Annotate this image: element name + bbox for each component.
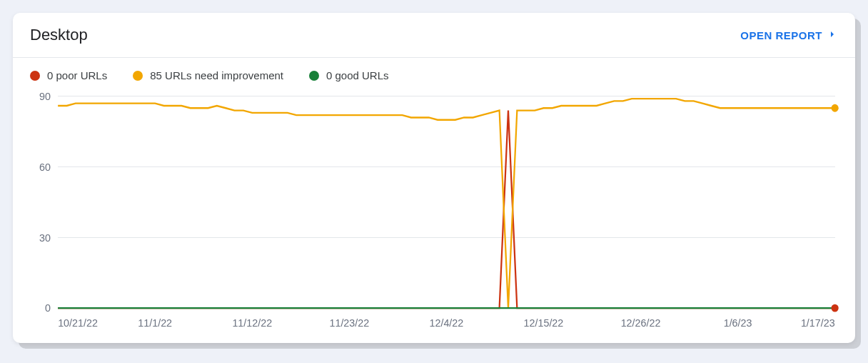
x-tick-label: 11/12/22 [232, 317, 272, 329]
endpoint-poor [832, 304, 839, 312]
chevron-right-icon [827, 29, 838, 42]
legend-label-good: 0 good URLs [326, 69, 389, 81]
cwv-desktop-card: Desktop OPEN REPORT 0 poor URLs 85 URLs … [13, 13, 855, 343]
legend-swatch-poor [30, 71, 40, 81]
x-tick-label: 12/15/22 [524, 317, 564, 329]
legend-swatch-need-improvement [133, 71, 143, 81]
endpoint-ni [832, 104, 839, 112]
legend-item-need-improvement[interactable]: 85 URLs need improvement [133, 69, 283, 81]
legend-item-poor[interactable]: 0 poor URLs [30, 69, 107, 81]
line-chart[interactable]: 030609010/21/2211/1/2211/12/2211/23/2212… [21, 89, 847, 336]
x-tick-label: 1/6/23 [724, 317, 752, 329]
series-poor [58, 111, 834, 309]
open-report-button[interactable]: OPEN REPORT [740, 29, 838, 42]
x-tick-label: 11/23/22 [329, 317, 369, 329]
x-tick-label: 1/17/23 [801, 317, 835, 329]
x-tick-label: 10/21/22 [58, 317, 98, 329]
legend-label-poor: 0 poor URLs [47, 69, 107, 81]
y-tick-label: 0 [45, 302, 51, 314]
card-title: Desktop [30, 26, 88, 44]
y-tick-label: 90 [39, 91, 51, 102]
legend-item-good[interactable]: 0 good URLs [309, 69, 389, 81]
series-ni [58, 99, 834, 308]
open-report-label: OPEN REPORT [740, 29, 822, 41]
legend: 0 poor URLs 85 URLs need improvement 0 g… [13, 58, 855, 83]
x-tick-label: 12/26/22 [621, 317, 661, 329]
legend-swatch-good [309, 71, 319, 81]
y-tick-label: 30 [39, 232, 51, 243]
legend-label-need-improvement: 85 URLs need improvement [150, 69, 283, 81]
y-tick-label: 60 [39, 161, 51, 173]
card-header: Desktop OPEN REPORT [13, 13, 855, 58]
x-tick-label: 12/4/22 [430, 317, 464, 329]
x-tick-label: 11/1/22 [138, 317, 172, 329]
chart-area: 030609010/21/2211/1/2211/12/2211/23/2212… [13, 83, 855, 343]
